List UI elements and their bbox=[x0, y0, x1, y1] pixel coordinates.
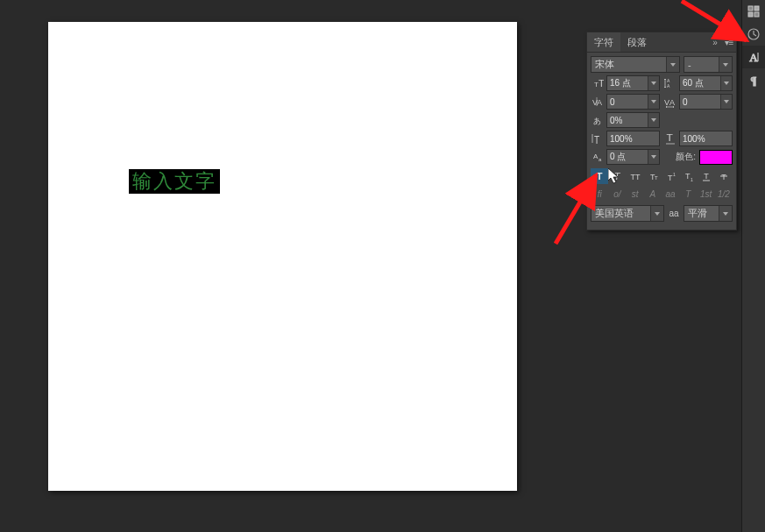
ot-contextual-button[interactable]: aa bbox=[662, 186, 679, 202]
ot-stylistic-button[interactable]: st bbox=[627, 186, 644, 202]
svg-text:あ: あ bbox=[593, 117, 601, 125]
kerning-input[interactable]: 0 bbox=[606, 94, 660, 110]
collapse-icon[interactable]: » bbox=[708, 38, 722, 47]
leading-input[interactable]: 60 点 bbox=[679, 75, 733, 91]
antialias-value: 平滑 bbox=[688, 207, 707, 220]
underline-button[interactable]: T bbox=[698, 168, 715, 184]
ot-fractions-button[interactable]: 1/2 bbox=[715, 186, 733, 202]
history-icon[interactable] bbox=[742, 23, 765, 46]
chevron-down-icon[interactable] bbox=[648, 150, 659, 164]
chevron-down-icon[interactable] bbox=[648, 95, 659, 109]
svg-text:T: T bbox=[721, 173, 726, 181]
tab-paragraph[interactable]: 段落 bbox=[620, 32, 654, 52]
ot-slashzero-button[interactable]: o/ bbox=[608, 186, 626, 202]
language-select[interactable]: 美国英语 bbox=[591, 205, 664, 222]
svg-text:A: A bbox=[669, 98, 675, 107]
allcaps-button[interactable]: TT bbox=[627, 168, 644, 184]
right-toolbar: A ¶ bbox=[741, 0, 765, 532]
chevron-down-icon[interactable] bbox=[650, 206, 663, 221]
superscript-button[interactable]: T1 bbox=[662, 168, 679, 184]
faux-italic-button[interactable]: T bbox=[608, 168, 626, 184]
font-family-select[interactable]: 宋体 bbox=[591, 56, 680, 73]
opentype-row: fi o/ st A aa T 1st 1/2 bbox=[591, 186, 733, 202]
swatches-icon[interactable] bbox=[742, 0, 765, 23]
svg-text:TT: TT bbox=[630, 173, 640, 181]
faux-bold-button[interactable]: T bbox=[591, 168, 608, 184]
language-value: 美国英语 bbox=[595, 207, 634, 220]
svg-text:T: T bbox=[614, 171, 621, 181]
font-style-value: - bbox=[688, 60, 691, 70]
character-panel: 字符 段落 » ▾≡ 宋体 - TT 16 点 AA 60 点 bbox=[586, 32, 737, 231]
svg-text:¶: ¶ bbox=[751, 74, 756, 87]
font-family-value: 宋体 bbox=[595, 58, 614, 71]
ot-swash-button[interactable]: T bbox=[679, 186, 697, 202]
text-color-swatch[interactable] bbox=[699, 150, 733, 165]
chevron-down-icon[interactable] bbox=[648, 113, 659, 127]
svg-text:T: T bbox=[597, 171, 603, 181]
baseline-icon: あ bbox=[591, 113, 605, 127]
strikethrough-button[interactable]: T bbox=[715, 168, 733, 184]
hscale-input[interactable]: 100% bbox=[679, 131, 733, 146]
style-buttons-row: T T TT TT T1 T1 T T bbox=[591, 168, 733, 184]
font-size-input[interactable]: 16 点 bbox=[606, 75, 660, 91]
svg-text:1: 1 bbox=[673, 172, 676, 177]
tracking-icon: VA bbox=[663, 95, 677, 109]
antialias-icon: aa bbox=[668, 207, 680, 221]
leading-icon: AA bbox=[663, 76, 677, 90]
svg-rect-1 bbox=[754, 6, 759, 11]
svg-text:1: 1 bbox=[691, 177, 693, 182]
document-canvas[interactable]: 输入文字 bbox=[48, 22, 517, 491]
chevron-down-icon[interactable] bbox=[719, 206, 732, 221]
hscale-icon: T bbox=[663, 131, 677, 145]
color-label: 颜色: bbox=[676, 151, 696, 163]
baseline-input[interactable]: 0% bbox=[606, 112, 660, 128]
font-style-select[interactable]: - bbox=[684, 56, 733, 73]
kerning-icon: VA bbox=[591, 95, 605, 109]
svg-text:T: T bbox=[599, 78, 604, 89]
ot-ligatures-button[interactable]: fi bbox=[591, 186, 608, 202]
svg-text:T: T bbox=[666, 133, 673, 143]
svg-text:T: T bbox=[594, 134, 599, 145]
svg-rect-0 bbox=[748, 6, 753, 11]
vscale-icon: T bbox=[591, 131, 605, 145]
antialias-select[interactable]: 平滑 bbox=[684, 205, 733, 222]
text-layer[interactable]: 输入文字 bbox=[129, 169, 220, 194]
chevron-down-icon[interactable] bbox=[720, 95, 732, 109]
panel-menu-icon[interactable]: ▾≡ bbox=[722, 38, 736, 47]
panel-tabs: 字符 段落 » ▾≡ bbox=[587, 32, 736, 53]
svg-text:A: A bbox=[597, 98, 602, 107]
svg-rect-2 bbox=[748, 12, 753, 17]
character-panel-icon[interactable]: A bbox=[742, 46, 765, 68]
baseline-shift-icon: Aa bbox=[591, 150, 605, 164]
paragraph-panel-icon[interactable]: ¶ bbox=[742, 68, 765, 91]
subscript-button[interactable]: T1 bbox=[679, 168, 697, 184]
vscale-input[interactable]: 100% bbox=[606, 131, 660, 146]
ot-titling-button[interactable]: A bbox=[644, 186, 662, 202]
chevron-down-icon[interactable] bbox=[720, 76, 732, 90]
tab-character[interactable]: 字符 bbox=[587, 32, 620, 52]
smallcaps-button[interactable]: TT bbox=[644, 168, 662, 184]
chevron-down-icon[interactable] bbox=[666, 57, 679, 72]
font-size-icon: TT bbox=[591, 76, 605, 90]
baseline-shift-input[interactable]: 0 点 bbox=[606, 149, 660, 165]
svg-text:A: A bbox=[749, 51, 758, 64]
svg-rect-3 bbox=[754, 12, 759, 17]
chevron-down-icon[interactable] bbox=[648, 76, 659, 90]
chevron-down-icon[interactable] bbox=[719, 57, 732, 72]
svg-text:T: T bbox=[704, 172, 709, 181]
svg-text:T: T bbox=[655, 175, 658, 181]
svg-text:a: a bbox=[599, 157, 602, 162]
ot-ordinals-button[interactable]: 1st bbox=[698, 186, 715, 202]
svg-text:A: A bbox=[667, 83, 670, 89]
tracking-input[interactable]: 0 bbox=[679, 94, 733, 110]
